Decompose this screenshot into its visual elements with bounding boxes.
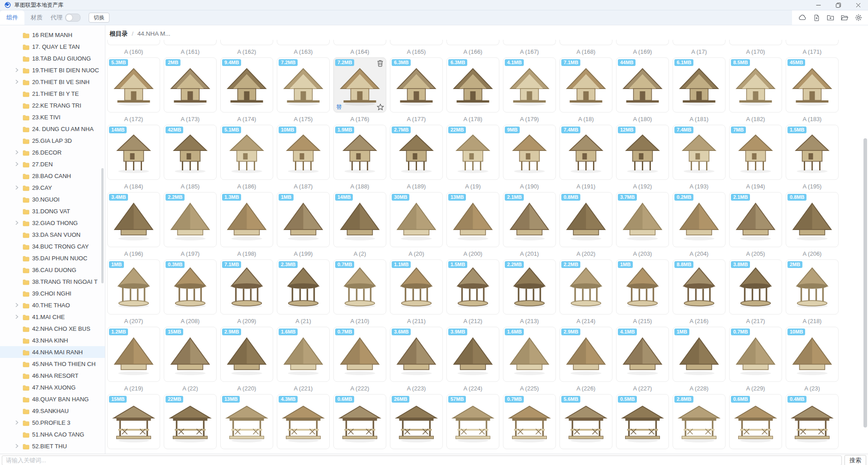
asset-card-a201[interactable]: 2.2MB: [503, 259, 556, 315]
sidebar-item-52-biet-thu[interactable]: 52.BIET THU: [0, 440, 105, 452]
sidebar-item-44-nha-mai-ranh[interactable]: 44.NHA MAI RANH: [0, 346, 105, 358]
asset-card-a225[interactable]: 0.7MB: [503, 394, 556, 449]
asset-card-a184[interactable]: 3.4MB: [107, 192, 160, 247]
asset-card-a195[interactable]: 0.8MB: [786, 192, 839, 247]
sidebar-item-20-thiet-bi-ve-sinh[interactable]: 20.THIET BI VE SINH: [0, 76, 105, 88]
trash-icon[interactable]: [377, 60, 384, 67]
asset-card-a183[interactable]: 1.5MB: [786, 125, 839, 180]
card-bottom-clipped[interactable]: [616, 40, 669, 45]
asset-card-a199[interactable]: 2.3MB: [277, 259, 330, 315]
asset-card-a170[interactable]: 8.5MB: [729, 57, 782, 113]
grid-scrollbar[interactable]: [863, 138, 867, 427]
folder-open-icon[interactable]: [840, 14, 849, 22]
asset-card-a203[interactable]: 1MB: [616, 259, 669, 315]
asset-card-a180[interactable]: 12MB: [616, 125, 669, 180]
asset-card-a229[interactable]: 0.6MB: [729, 394, 782, 449]
asset-card-a175[interactable]: 10MB: [277, 125, 330, 180]
asset-card-a22[interactable]: 22MB: [164, 394, 217, 449]
asset-card-a198[interactable]: 7.1MB: [220, 259, 273, 315]
card-bottom-clipped[interactable]: [673, 40, 726, 45]
asset-card-a220[interactable]: 13MB: [220, 394, 273, 449]
chevron-right-icon[interactable]: [15, 67, 20, 73]
asset-card-a218[interactable]: 10MB: [786, 327, 839, 382]
sidebar-item-45-nha-tho-thien-ch[interactable]: 45.NHA THO THIEN CH: [0, 358, 105, 370]
sidebar-item-21-thiet-bi-y-te[interactable]: 21.THIET BI Y TE: [0, 88, 105, 99]
asset-card-a215[interactable]: 4.1MB: [616, 327, 669, 382]
card-bottom-clipped[interactable]: [786, 40, 839, 45]
asset-card-a173[interactable]: 42MB: [164, 125, 217, 180]
sidebar-item-32-giao-thong[interactable]: 32.GIAO THONG: [0, 217, 105, 229]
chevron-right-icon[interactable]: [15, 150, 20, 155]
sidebar-item-24-dung-cu-am-nha[interactable]: 24. DUNG CU AM NHA: [0, 123, 105, 135]
asset-card-a190[interactable]: 2.1MB: [503, 192, 556, 247]
tab-components[interactable]: 组件: [0, 10, 24, 25]
asset-card-a223[interactable]: 26MB: [390, 394, 443, 449]
asset-card-a168[interactable]: 7.1MB: [560, 57, 612, 113]
sidebar-item-42-nha-cho-xe-bus[interactable]: 42.NHA CHO XE BUS: [0, 323, 105, 334]
minimize-icon[interactable]: [808, 0, 828, 10]
asset-card-a222[interactable]: 0.6MB: [333, 394, 386, 449]
asset-card-a2[interactable]: 0.7MB: [333, 259, 386, 315]
sidebar-item-30-nguoi[interactable]: 30.NGUOI: [0, 193, 105, 205]
asset-card-a208[interactable]: 15MB: [164, 327, 217, 382]
asset-card-a172[interactable]: 14MB: [107, 125, 160, 180]
asset-card-a219[interactable]: 15MB: [107, 394, 160, 449]
asset-card-a213[interactable]: 1.6MB: [503, 327, 556, 382]
cloud-icon[interactable]: [798, 14, 806, 22]
card-bottom-clipped[interactable]: [560, 40, 612, 45]
card-bottom-clipped[interactable]: [277, 40, 330, 45]
sidebar-item-36-cau-duong[interactable]: 36.CAU DUONG: [0, 264, 105, 276]
card-bottom-clipped[interactable]: [390, 40, 443, 45]
chevron-right-icon[interactable]: [15, 443, 20, 449]
chevron-right-icon[interactable]: [15, 314, 20, 319]
asset-card-a169[interactable]: 44MB: [616, 57, 669, 113]
close-icon[interactable]: [848, 0, 868, 10]
tab-materials[interactable]: 材质: [24, 10, 49, 25]
breadcrumb-root[interactable]: 根目录: [109, 30, 128, 37]
asset-card-a200[interactable]: 1.5MB: [446, 259, 499, 315]
search-input[interactable]: [2, 456, 842, 465]
asset-card-a166[interactable]: 6.3MB: [446, 57, 499, 113]
asset-card-a210[interactable]: 0.7MB: [333, 327, 386, 382]
proxy-toggle[interactable]: [65, 14, 81, 22]
asset-card-a171[interactable]: 45MB: [786, 57, 839, 113]
sidebar-item-41-mai-che[interactable]: 41.MAI CHE: [0, 311, 105, 323]
asset-card-a21[interactable]: 1.6MB: [277, 327, 330, 382]
switch-button[interactable]: 切换: [89, 13, 109, 23]
card-bottom-clipped[interactable]: [220, 40, 273, 45]
sidebar-item-34-buc-trong-cay[interactable]: 34.BUC TRONG CAY: [0, 240, 105, 252]
sidebar-item-22-ke-trang-tri[interactable]: 22.KE TRANG TRI: [0, 99, 105, 111]
asset-card-a193[interactable]: 0.2MB: [673, 192, 726, 247]
chevron-right-icon[interactable]: [15, 302, 20, 308]
asset-card-a178[interactable]: 22MB: [446, 125, 499, 180]
asset-card-a204[interactable]: 8.8MB: [673, 259, 726, 315]
sidebar-item-27-den[interactable]: 27.DEN: [0, 158, 105, 170]
asset-card-a194[interactable]: 2.1MB: [729, 192, 782, 247]
asset-card-a228[interactable]: 2.8MB: [673, 394, 726, 449]
asset-card-a224[interactable]: 57MB: [446, 394, 499, 449]
asset-card-a177[interactable]: 2.7MB: [390, 125, 443, 180]
sidebar-item-28-bao-canh[interactable]: 28.BAO CANH: [0, 170, 105, 182]
asset-card-a189[interactable]: 30MB: [390, 192, 443, 247]
asset-card-a207[interactable]: 1.2MB: [107, 327, 160, 382]
chevron-right-icon[interactable]: [15, 220, 20, 225]
asset-card-a167[interactable]: 4.1MB: [503, 57, 556, 113]
sidebar-item-16-rem-manh[interactable]: 16 REM MANH: [0, 29, 105, 41]
asset-card-a186[interactable]: 1.3MB: [220, 192, 273, 247]
asset-card-a161[interactable]: 2MB: [164, 57, 217, 113]
chevron-right-icon[interactable]: [15, 161, 20, 167]
asset-card-a211[interactable]: 3.6MB: [390, 327, 443, 382]
asset-card-a192[interactable]: 3.7MB: [616, 192, 669, 247]
asset-card-a17[interactable]: 6.1MB: [673, 57, 726, 113]
asset-card-a226[interactable]: 5.6MB: [560, 394, 612, 449]
asset-card-a176[interactable]: 1.9MB: [333, 125, 386, 180]
sidebar-item-40-the-thao[interactable]: 40.THE THAO: [0, 299, 105, 311]
card-bottom-clipped[interactable]: [503, 40, 556, 45]
sidebar-scrollbar[interactable]: [101, 168, 104, 283]
card-bottom-clipped[interactable]: [333, 40, 386, 45]
sidebar-item-51-nha-cao-tang[interactable]: 51.NHA CAO TANG: [0, 428, 105, 440]
asset-card-a162[interactable]: 9.4MB: [220, 57, 273, 113]
sidebar-item-18-tab-dau-giuong[interactable]: 18.TAB DAU GIUONG: [0, 52, 105, 64]
asset-card-a205[interactable]: 3.8MB: [729, 259, 782, 315]
chevron-right-icon[interactable]: [15, 185, 20, 190]
